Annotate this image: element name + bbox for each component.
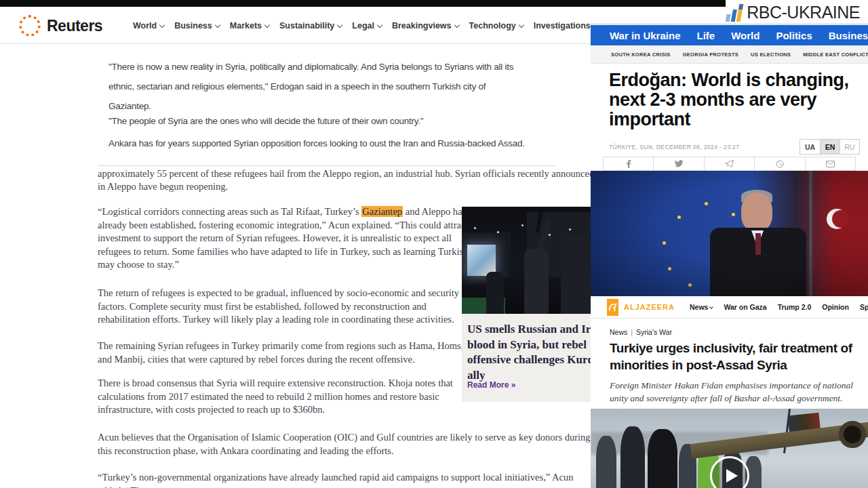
reuters-paragraph: Ankara has for years supported Syrian op…	[108, 134, 525, 153]
photo-vignette	[591, 171, 868, 296]
aj-nav-news[interactable]: News	[690, 303, 713, 311]
screenshot-root: Reuters World Business Markets Sustainab…	[0, 0, 868, 488]
breadcrumb-section[interactable]: News	[610, 328, 627, 336]
rbc-article-headline: Erdoğan: World is changing, next 2-3 mon…	[609, 70, 856, 129]
aljazeera-article-subtitle: Foreign Minister Hakan Fidan emphasises …	[610, 379, 853, 405]
section-divider	[98, 165, 556, 166]
serif-paragraph-clipped: approximately 55 percent of these refuge…	[98, 167, 591, 181]
serif-paragraph: Acun believes that the Organisation of I…	[98, 431, 591, 458]
chevron-down-icon	[377, 22, 382, 27]
rbc-nav-business[interactable]: Business	[829, 30, 868, 41]
nav-legal[interactable]: Legal	[352, 21, 382, 30]
aljazeera-nav: News War on Gaza Trump 2.0 Opinion Sport…	[690, 303, 868, 311]
nav-world[interactable]: World	[133, 21, 164, 30]
rbc-topics-bar: SOUTH KOREA CRISIS GEORGIA PROTESTS US E…	[591, 45, 868, 64]
telegram-icon[interactable]	[705, 157, 755, 170]
serif-paragraph: The return of refugees is expected to be…	[98, 287, 459, 327]
play-icon[interactable]	[710, 456, 749, 488]
aj-nav-sport[interactable]: Sport	[860, 303, 868, 311]
rbc-logo[interactable]: RBC-UKRAINE	[727, 3, 860, 22]
person-silhouette	[648, 429, 677, 488]
breadcrumb: News|Syria's War	[610, 328, 672, 336]
serif-paragraph-logistical: “Logistical corridors connecting areas s…	[98, 205, 471, 272]
topic-georgia-protests[interactable]: GEORGIA PROTESTS	[683, 52, 738, 58]
whatsapp-icon[interactable]	[755, 157, 805, 170]
reuters-paragraph: "The people of Syria are the ones who wi…	[108, 111, 423, 131]
reuters-header: Reuters World Business Markets Sustainab…	[0, 7, 591, 44]
reuters-paragraph: "There is now a new reality in Syria, po…	[108, 57, 513, 116]
chevron-down-icon	[710, 305, 714, 309]
chevron-down-icon	[264, 22, 270, 27]
rbc-wordmark: RBC-UKRAINE	[747, 3, 860, 22]
reuters-dotted-circle-icon	[19, 15, 41, 37]
rbc-main-nav: War in Ukraine Life World Politics Busin…	[591, 25, 868, 45]
video-thumbnail[interactable]	[591, 409, 868, 488]
person-silhouette	[486, 272, 504, 314]
serif-paragraph-clipped: in Aleppo have begun reopening.	[98, 180, 228, 194]
lang-ru-button[interactable]: RU	[840, 140, 859, 154]
rbc-nav-war-in-ukraine[interactable]: War in Ukraine	[610, 30, 680, 41]
topic-south-korea-crisis[interactable]: SOUTH KOREA CRISIS	[611, 52, 671, 58]
lang-ua-button[interactable]: UA	[800, 140, 820, 154]
twitter-icon[interactable]	[654, 157, 704, 170]
related-story-card: US smells Russian and Ir blood in Syria,…	[462, 207, 591, 402]
rbc-article-meta: TÜRKIYE, SUN, DECEMBER 08, 2024 - 23:27	[609, 144, 739, 150]
language-switcher: UA EN RU	[800, 139, 860, 155]
aj-nav-trump-2-0[interactable]: Trump 2.0	[778, 303, 812, 311]
fighter-silhouette	[561, 237, 591, 314]
top-black-bar	[0, 0, 726, 7]
street-lights	[474, 227, 476, 229]
lang-en-button[interactable]: EN	[820, 140, 840, 154]
aljazeera-wordmark[interactable]: ALJAZEERA	[624, 303, 675, 311]
chevron-down-icon	[159, 22, 165, 27]
topic-us-elections[interactable]: US ELECTIONS	[751, 52, 791, 58]
rbc-nav-life[interactable]: Life	[696, 30, 715, 41]
reuters-logo[interactable]: Reuters	[19, 15, 102, 37]
person-silhouette	[596, 436, 616, 488]
nav-sustainability[interactable]: Sustainability	[279, 21, 342, 30]
serif-paragraph: The remaining Syrian refugees in Turkey …	[98, 340, 463, 366]
share-bar	[603, 157, 856, 171]
chevron-down-icon	[454, 22, 459, 27]
nav-technology[interactable]: Technology	[469, 21, 524, 30]
erdogan-photo	[591, 171, 868, 296]
facebook-icon[interactable]	[604, 157, 654, 170]
breadcrumb-topic[interactable]: Syria's War	[636, 328, 672, 336]
reuters-nav: World Business Markets Sustainability Le…	[133, 7, 591, 44]
reuters-wordmark: Reuters	[47, 17, 102, 35]
rbc-nav-world[interactable]: World	[731, 30, 760, 41]
aljazeera-logo-icon[interactable]	[607, 299, 618, 316]
chevron-down-icon	[215, 22, 220, 27]
nav-breakingviews[interactable]: Breakingviews	[392, 21, 459, 30]
person-silhouette	[620, 426, 645, 488]
read-more-link[interactable]: Read More »	[467, 380, 515, 390]
topic-middle-east-conflict[interactable]: MIDDLE EAST CONFLICT	[803, 52, 868, 58]
reuters-window: Reuters World Business Markets Sustainab…	[0, 0, 591, 488]
aj-nav-opinion[interactable]: Opinion	[822, 303, 849, 311]
rbc-ukraine-window: RBC-UKRAINE War in Ukraine Life World Po…	[591, 0, 868, 488]
nav-markets[interactable]: Markets	[230, 21, 269, 30]
search-highlight: Gaziantep	[361, 206, 403, 217]
aj-nav-war-on-gaza[interactable]: War on Gaza	[724, 303, 766, 311]
aljazeera-article-headline: Turkiye urges inclusivity, fair treatmen…	[610, 340, 852, 373]
chevron-down-icon	[337, 22, 342, 27]
card-photo-night-scene[interactable]	[462, 207, 591, 314]
nav-business[interactable]: Business	[174, 21, 220, 30]
breadcrumb-separator: |	[627, 328, 636, 336]
email-icon[interactable]	[806, 157, 856, 170]
nav-investigations[interactable]: Investigations	[534, 21, 591, 30]
tank-gun-muzzle	[839, 421, 866, 448]
bar-chart-icon	[726, 4, 744, 22]
rbc-nav-politics[interactable]: Politics	[776, 30, 812, 41]
serif-paragraph: There is broad consensus that Syria will…	[98, 377, 453, 417]
fighter-silhouette	[524, 249, 549, 314]
card-headline[interactable]: US smells Russian and Ir blood in Syria,…	[462, 314, 591, 383]
serif-paragraph: “Turkey’s non-governmental organizations…	[98, 471, 591, 488]
aljazeera-header: ALJAZEERA News War on Gaza Trump 2.0 Opi…	[591, 296, 868, 319]
chevron-down-icon	[518, 22, 524, 27]
